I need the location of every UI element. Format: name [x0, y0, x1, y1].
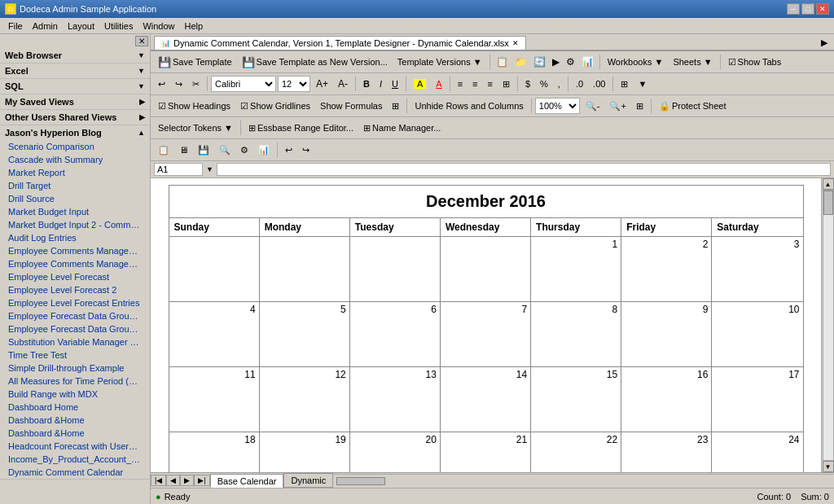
save-template-as-button[interactable]: 💾 Save Template as New Version... [238, 53, 392, 71]
sidebar-header-excel[interactable]: Excel ▼ [0, 64, 150, 78]
sidebar-item-emp-forecast-data-grouping[interactable]: Employee Forecast Data Grouping [0, 309, 150, 322]
tb-icon-b[interactable]: 🖥 [175, 141, 192, 159]
vertical-scrollbar[interactable]: ▲ ▼ [821, 178, 834, 472]
sheet-nav-last[interactable]: ▶| [194, 475, 209, 486]
name-manager-button[interactable]: ⊞ Name Manager... [359, 119, 445, 137]
tb-icon-btn-1[interactable]: 📋 [494, 53, 511, 71]
tb-undo-button[interactable]: ↩ [154, 75, 169, 93]
tb-icon-h[interactable]: ↪ [298, 141, 314, 159]
sidebar-item-emp-level-forecast[interactable]: Employee Level Forecast [0, 270, 150, 283]
sheets-button[interactable]: Sheets ▼ [669, 53, 716, 71]
sidebar-item-income[interactable]: Income_By_Product_Account_Cascade [0, 453, 150, 466]
increase-font-button[interactable]: A+ [312, 75, 332, 93]
bold-button[interactable]: B [359, 75, 374, 93]
tab-close-button[interactable]: ✕ [512, 39, 519, 47]
sidebar-item-build-range[interactable]: Build Range with MDX [0, 388, 150, 401]
sidebar-header-other-users[interactable]: Other Users Shared Views ▶ [0, 110, 150, 125]
tb-icon-btn-5[interactable]: ⚙ [564, 53, 577, 71]
sidebar-item-all-measures[interactable]: All Measures for Time Period (Drill Tar.… [0, 375, 150, 388]
menu-utilities[interactable]: Utilities [99, 20, 138, 33]
currency-button[interactable]: $ [521, 75, 534, 93]
tb-icon-f[interactable]: 📊 [254, 141, 274, 159]
sidebar-close-button[interactable]: ✕ [135, 36, 148, 46]
sidebar-header-jasons-blog[interactable]: Jason's Hyperion Blog ▲ [0, 125, 150, 140]
tb-icon-btn-4[interactable]: ▶ [550, 53, 562, 71]
zoom-out-button[interactable]: 🔍- [582, 97, 604, 115]
h-scroll-thumb[interactable] [336, 477, 385, 485]
tb-icon-d[interactable]: 🔍 [215, 141, 235, 159]
show-headings-button[interactable]: ☑ Show Headings [154, 97, 235, 115]
sidebar-item-audit-log[interactable]: Audit Log Entries [0, 231, 150, 244]
sidebar-header-sql[interactable]: SQL ▼ [0, 79, 150, 94]
tb-icon-btn-2[interactable]: 📁 [512, 53, 529, 71]
font-size-select[interactable]: 12 [278, 76, 310, 92]
formula-input[interactable] [217, 163, 831, 176]
workbooks-button[interactable]: Workbooks ▼ [604, 53, 668, 71]
sidebar-item-scenario-comparison[interactable]: Scenario Comparison [0, 140, 150, 153]
italic-button[interactable]: I [375, 75, 386, 93]
zoom-in-button[interactable]: 🔍+ [605, 97, 630, 115]
border-button[interactable]: ⊞ [617, 75, 632, 93]
sidebar-item-drill-target[interactable]: Drill Target [0, 179, 150, 192]
scroll-up-arrow[interactable]: ▲ [823, 178, 834, 190]
sidebar-item-dynamic-comment-calendar[interactable]: Dynamic Comment Calendar [0, 466, 150, 479]
cell-reference-input[interactable] [154, 163, 203, 176]
sidebar-item-emp-level-forecast-2[interactable]: Employee Level Forecast 2 [0, 283, 150, 296]
comma-button[interactable]: , [554, 75, 564, 93]
tb-icon-g[interactable]: ↩ [281, 141, 296, 159]
scroll-down-arrow[interactable]: ▼ [823, 461, 834, 472]
sheet-nav-first[interactable]: |◀ [151, 475, 166, 486]
minimize-button[interactable]: ─ [787, 3, 800, 15]
close-button[interactable]: ✕ [816, 3, 829, 15]
sidebar-header-web-browser[interactable]: Web Browser ▼ [0, 48, 150, 63]
scroll-track[interactable] [823, 190, 834, 461]
sidebar-item-emp-forecast-data-grouping-2[interactable]: Employee Forecast Data Grouping 2 [0, 322, 150, 335]
sidebar-item-time-tree[interactable]: Time Tree Test [0, 348, 150, 362]
toggle-icon-btn[interactable]: ⊞ [388, 97, 403, 115]
align-left-button[interactable]: ≡ [454, 75, 467, 93]
inner-tab-dynamic-calendar[interactable]: 📊 Dynamic Comment Calendar, Version 1, T… [154, 36, 526, 50]
menu-layout[interactable]: Layout [63, 20, 99, 33]
align-right-button[interactable]: ≡ [484, 75, 497, 93]
sidebar-header-my-saved-views[interactable]: My Saved Views ▶ [0, 94, 150, 109]
tb-icon-btn-3[interactable]: 🔄 [531, 53, 548, 71]
maximize-button[interactable]: □ [801, 3, 814, 15]
increase-decimal-button[interactable]: .00 [589, 75, 609, 93]
sidebar-item-emp-comments-mgmt-e[interactable]: Employee Comments Management (E... [0, 244, 150, 257]
align-center-button[interactable]: ≡ [468, 75, 481, 93]
essbase-range-editor-button[interactable]: ⊞ Essbase Range Editor... [244, 119, 358, 137]
menu-window[interactable]: Window [138, 20, 179, 33]
sidebar-item-emp-level-forecast-entries[interactable]: Employee Level Forecast Entries [0, 296, 150, 309]
scroll-thumb[interactable] [823, 191, 833, 215]
decrease-font-button[interactable]: A- [334, 75, 352, 93]
save-template-button[interactable]: 💾 Save Template [154, 53, 236, 71]
menu-file[interactable]: File [3, 20, 28, 33]
font-color-button[interactable]: A [432, 75, 446, 93]
sheet-nav-next[interactable]: ▶ [180, 475, 194, 486]
horizontal-scrollbar[interactable] [333, 474, 834, 487]
tab-scroll-right[interactable]: ▶ [818, 36, 831, 50]
cell-ref-dropdown[interactable]: ▼ [206, 165, 213, 173]
show-gridlines-button[interactable]: ☑ Show Gridlines [236, 97, 314, 115]
tb-icon-c[interactable]: 💾 [194, 141, 213, 159]
tb-icon-btn-6[interactable]: 📊 [579, 53, 596, 71]
fill-color-button[interactable]: A [410, 75, 430, 93]
template-versions-button[interactable]: Template Versions ▼ [393, 53, 486, 71]
show-formulas-button[interactable]: Show Formulas [316, 97, 386, 115]
protect-sheet-button[interactable]: 🔒 Protect Sheet [655, 97, 731, 115]
sidebar-item-dashboard-home[interactable]: Dashboard Home [0, 401, 150, 414]
sidebar-item-drill-source[interactable]: Drill Source [0, 192, 150, 205]
sidebar-item-market-budget-2[interactable]: Market Budget Input 2 - Comments [0, 218, 150, 231]
zoom-select[interactable]: 100% [535, 98, 580, 114]
font-name-select[interactable]: Calibri [211, 76, 276, 92]
sidebar-item-market-budget[interactable]: Market Budget Input [0, 205, 150, 218]
zoom-icon-btn[interactable]: ⊞ [632, 97, 647, 115]
percent-button[interactable]: % [536, 75, 552, 93]
sidebar-item-emp-comments-mgmt[interactable]: Employee Comments Management [0, 257, 150, 270]
more-button[interactable]: ▼ [634, 75, 651, 93]
tb-cut-button[interactable]: ✂ [188, 75, 204, 93]
sidebar-item-simple-drillthrough[interactable]: Simple Drill-through Example [0, 362, 150, 375]
decrease-decimal-button[interactable]: .0 [572, 75, 587, 93]
sidebar-item-dashboard-home-2[interactable]: Dashboard &Home [0, 414, 150, 427]
sheet-tab-dynamic[interactable]: Dynamic [283, 473, 333, 488]
